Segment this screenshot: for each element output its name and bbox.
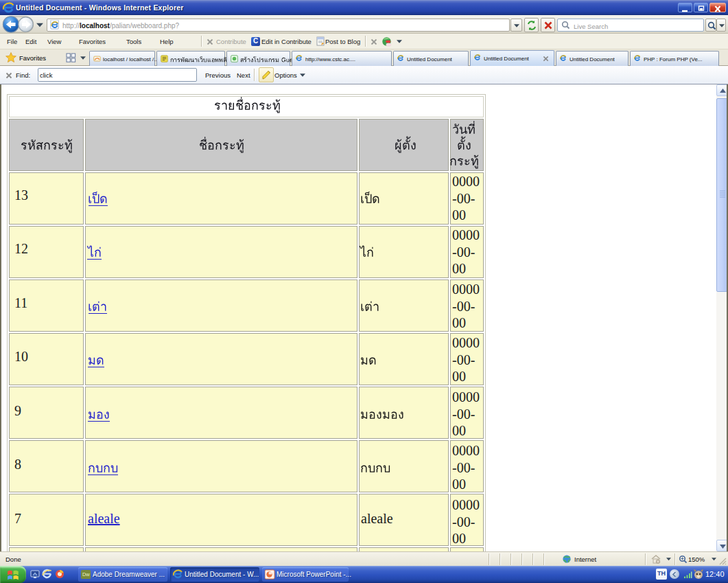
svg-text:Dw: Dw [82,571,90,578]
